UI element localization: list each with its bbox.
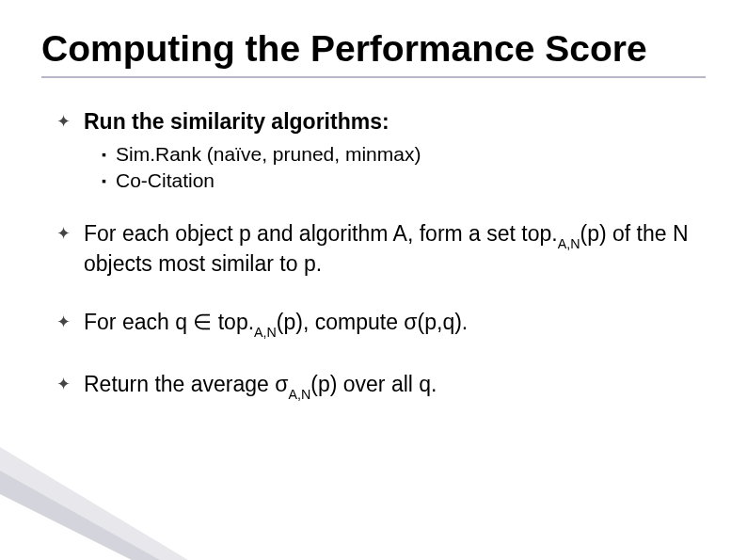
bullet-text: For each q ∈ top.A,N(p), compute σ(p,q). [84,309,706,339]
square-bullet-icon: ▪ [102,173,106,189]
bullet-level-1: ✦ For each q ∈ top.A,N(p), compute σ(p,q… [56,309,706,339]
bullet-marker-icon: ✦ [56,375,71,395]
bullet-level-1: ✦ For each object p and algorithm A, for… [56,220,706,277]
bullet-marker-icon: ✦ [56,112,71,133]
bullet-text: Co-Citation [116,168,215,193]
bullet-level-1: ✦ Run the similarity algorithms: [56,108,706,135]
bullet-level-2: ▪ Co-Citation [102,168,706,193]
slide-title: Computing the Performance Score [41,28,706,71]
title-underline [41,76,706,78]
bullet-text: Run the similarity algorithms: [84,108,706,135]
square-bullet-icon: ▪ [102,147,106,163]
slide-content: ✦ Run the similarity algorithms: ▪ Sim.R… [41,108,706,401]
sub-bullet-list: ▪ Sim.Rank (naïve, pruned, minmax) ▪ Co-… [102,142,706,192]
corner-decoration [0,447,226,560]
slide: Computing the Performance Score ✦ Run th… [0,0,747,560]
svg-marker-1 [0,471,160,560]
bullet-text: Return the average σA,N(p) over all q. [84,371,706,401]
bullet-marker-icon: ✦ [56,224,71,245]
bullet-marker-icon: ✦ [56,312,71,333]
svg-marker-2 [0,494,132,560]
bullet-text: For each object p and algorithm A, form … [84,220,706,277]
bullet-text: Sim.Rank (naïve, pruned, minmax) [116,142,421,167]
bullet-level-1: ✦ Return the average σA,N(p) over all q. [56,371,706,401]
bullet-level-2: ▪ Sim.Rank (naïve, pruned, minmax) [102,142,706,167]
svg-marker-0 [0,447,188,560]
